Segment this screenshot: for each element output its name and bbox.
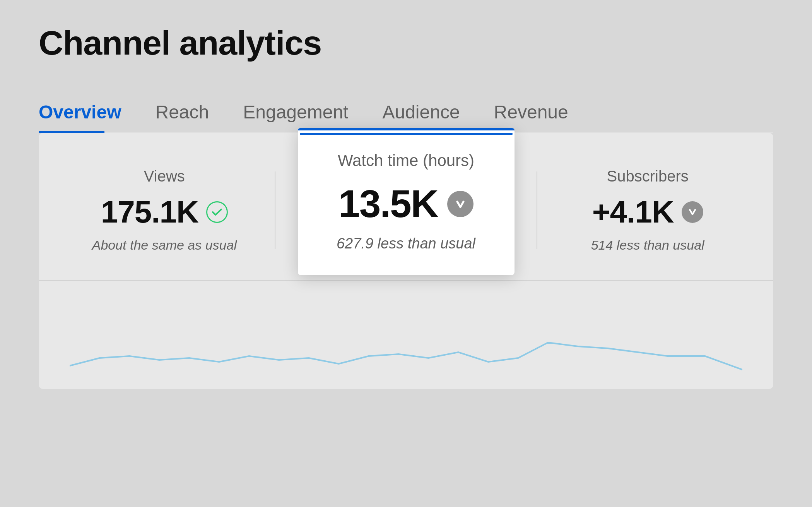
popup-watch-time-value: 13.5K bbox=[338, 182, 438, 226]
chart-svg bbox=[70, 281, 742, 373]
popup-watch-time-comparison: 627.9 less than usual bbox=[337, 235, 475, 252]
views-stat-card: Views 175.1K About the same as usual bbox=[54, 152, 275, 268]
tab-overview[interactable]: Overview bbox=[39, 94, 140, 132]
chart-area bbox=[39, 281, 773, 389]
subscribers-label: Subscribers bbox=[607, 168, 689, 185]
watch-time-popup: Watch time (hours) 13.5K 627.9 less than… bbox=[298, 128, 515, 275]
subscribers-value-row: +4.1K bbox=[592, 194, 703, 230]
subscribers-stat-card: Subscribers +4.1K 514 less than usual bbox=[537, 152, 758, 268]
popup-top-bar bbox=[298, 128, 515, 130]
tab-reach[interactable]: Reach bbox=[155, 94, 227, 132]
views-value: 175.1K bbox=[101, 194, 198, 230]
tab-engagement[interactable]: Engagement bbox=[243, 94, 367, 132]
subscribers-value: +4.1K bbox=[592, 194, 674, 230]
views-label: Views bbox=[144, 168, 185, 185]
tab-audience[interactable]: Audience bbox=[382, 94, 478, 132]
chart-line bbox=[70, 343, 742, 370]
reach-highlight-bar bbox=[300, 133, 513, 135]
tabs-container: Overview Reach Engagement Audience Reven… bbox=[39, 94, 773, 133]
popup-watch-time-label: Watch time (hours) bbox=[338, 151, 474, 170]
subscribers-trend-icon bbox=[682, 201, 703, 223]
stats-row: Views 175.1K About the same as usual Wat… bbox=[39, 133, 773, 280]
subscribers-comparison: 514 less than usual bbox=[591, 238, 704, 253]
stats-wrapper: Views 175.1K About the same as usual Wat… bbox=[39, 133, 773, 389]
popup-value-row: 13.5K bbox=[338, 182, 474, 226]
tab-revenue[interactable]: Revenue bbox=[494, 94, 587, 132]
page-title: Channel analytics bbox=[39, 23, 773, 63]
popup-trend-icon bbox=[447, 191, 474, 217]
views-value-row: 175.1K bbox=[101, 194, 228, 230]
views-trend-icon bbox=[206, 201, 228, 223]
views-comparison: About the same as usual bbox=[92, 238, 237, 253]
